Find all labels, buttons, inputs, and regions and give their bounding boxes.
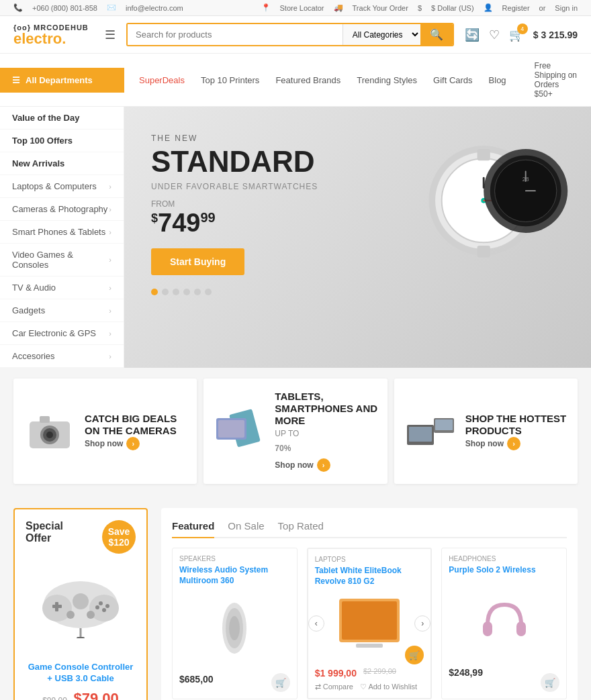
wishlist-icon[interactable]: ♡ <box>489 28 500 42</box>
add-to-cart-btn-3[interactable]: 🛒 <box>541 673 559 692</box>
hero-dot-1[interactable] <box>151 289 158 295</box>
all-departments-label: All Departments <box>26 75 93 85</box>
products-grid: Speakers Wireless Audio System Multiroom… <box>172 548 567 700</box>
sidebar-item-accessories[interactable]: Accesories › <box>0 345 124 368</box>
tab-featured[interactable]: Featured <box>172 515 214 538</box>
svg-point-29 <box>73 593 89 609</box>
svg-rect-45 <box>356 644 383 648</box>
sidebar-item-value-of-day[interactable]: Value of the Day <box>0 107 124 130</box>
location-icon: 📍 <box>261 3 271 12</box>
shop-now-label-3: Shop now <box>465 439 504 448</box>
save-amount: $120 <box>108 537 129 548</box>
sidebar-item-car[interactable]: Car Electronic & GPS › <box>0 322 124 345</box>
offer-product-name[interactable]: Game Console Controller + USB 3.0 Cable <box>26 662 136 685</box>
nav-link-brands[interactable]: Featured Brands <box>267 68 349 93</box>
product-img-1 <box>179 587 290 670</box>
svg-point-35 <box>95 605 99 609</box>
sidebar-label-laptops: Laptops & Computers <box>12 181 97 191</box>
sidebar-label-top100: Top 100 Offers <box>12 136 73 146</box>
nav-link-blog[interactable]: Blog <box>481 68 514 93</box>
promo-camera-headline: CATCH BIG DEALS ON THE CAMERAS <box>85 413 187 437</box>
currency-selector[interactable]: $ Dollar (US) <box>431 4 474 12</box>
special-offer-title: SpecialOffer <box>26 520 63 544</box>
navbar: ☰ All Departments SuperDeals Top 10 Prin… <box>0 54 591 107</box>
top-bar: 📞 +060 (800) 801-858 ✉️ info@electro.com… <box>0 0 591 16</box>
sidebar-item-laptops[interactable]: Laptops & Computers › <box>0 175 124 198</box>
cart-icon-wrapper[interactable]: 🛒 4 <box>509 28 524 42</box>
wishlist-btn-2[interactable]: ♡ Add to Wishlist <box>360 683 417 691</box>
main-layout: Value of the Day Top 100 Offers New Arri… <box>0 107 591 368</box>
sidebar-label-videogames: Video Games & Consoles <box>12 250 109 270</box>
all-departments-btn[interactable]: ☰ All Departments <box>0 68 124 93</box>
sidebar-arrow-gadgets: › <box>109 307 111 315</box>
or-text: or <box>539 4 546 12</box>
sidebar-arrow-cameras: › <box>109 205 111 213</box>
hero-dot-3[interactable] <box>173 289 179 295</box>
product-name-1[interactable]: Wireless Audio System Multiroom 360 <box>179 565 290 587</box>
sidebar-item-tv[interactable]: TV & Audio › <box>0 277 124 299</box>
product-name-3[interactable]: Purple Solo 2 Wireless <box>449 565 559 587</box>
promo-camera-shopnow[interactable]: Shop now › <box>85 437 187 450</box>
hero-start-buying-btn[interactable]: Start Buying <box>151 248 244 275</box>
hero-price-dollar: $ <box>151 211 158 225</box>
menu-hamburger-icon[interactable]: ☰ <box>105 28 116 42</box>
product-prices-2: $1 999,00 $2 299,00 <box>315 664 424 679</box>
hero-from-label: FROM <box>151 199 564 209</box>
svg-rect-39 <box>77 637 85 638</box>
sidebar-arrow-laptops: › <box>109 183 111 191</box>
email-address[interactable]: info@electro.com <box>126 4 183 12</box>
svg-point-42 <box>229 616 240 640</box>
phone-number[interactable]: +060 (800) 801-858 <box>32 4 97 12</box>
hero-dot-5[interactable] <box>194 289 201 295</box>
top-bar-right: 📍 Store Locator 🚚 Track Your Order $ $ D… <box>261 3 578 12</box>
refresh-icon[interactable]: 🔄 <box>465 28 480 42</box>
hero-dot-2[interactable] <box>162 289 169 295</box>
promo-tablet-shopnow[interactable]: Shop now › <box>275 458 377 472</box>
sidebar-arrow-tv: › <box>109 284 111 292</box>
search-input[interactable] <box>128 24 343 45</box>
sidebar-arrow-car: › <box>109 330 111 338</box>
sidebar-item-gadgets[interactable]: Gadgets › <box>0 299 124 322</box>
svg-point-17 <box>46 432 53 438</box>
track-order-link[interactable]: Track Your Order <box>353 4 408 12</box>
promo-discount-label: UP TO <box>275 429 377 438</box>
nav-link-printers[interactable]: Top 10 Printers <box>193 68 267 93</box>
search-button[interactable]: 🔍 <box>420 24 453 45</box>
product-name-2[interactable]: Tablet White EliteBook Revolve 810 G2 <box>315 566 424 587</box>
promo-hottest-text: SHOP THE HOTTEST PRODUCTS Shop now › <box>465 413 568 450</box>
store-locator-link[interactable]: Store Locator <box>280 4 324 12</box>
svg-point-33 <box>105 604 109 608</box>
svg-rect-23 <box>409 427 432 442</box>
search-bar: All Categories Laptops Phones Cameras 🔍 <box>126 23 454 46</box>
sidebar-item-cameras[interactable]: Cameras & Photography › <box>0 198 124 221</box>
tab-top-rated[interactable]: Top Rated <box>278 515 324 538</box>
promo-camera-image <box>23 408 77 455</box>
compare-btn-2[interactable]: ⇄ Compare <box>315 683 353 691</box>
hero-dot-4[interactable] <box>183 289 190 295</box>
nav-link-giftcards[interactable]: Gift Cards <box>425 68 481 93</box>
sidebar-item-top100[interactable]: Top 100 Offers <box>0 130 124 152</box>
carousel-prev-btn[interactable]: ‹ <box>308 615 324 632</box>
promo-hottest-shopnow[interactable]: Shop now › <box>465 437 568 450</box>
sidebar-item-smartphones[interactable]: Smart Phones & Tablets › <box>0 221 124 244</box>
sidebar-label-smartphones: Smart Phones & Tablets <box>12 227 105 237</box>
category-select[interactable]: All Categories Laptops Phones Cameras <box>343 24 420 45</box>
hero-dot-6[interactable] <box>205 289 212 295</box>
register-link[interactable]: Register <box>502 4 530 12</box>
promo-banner-tablets: TABLETS, SMARTPHONES AND MORE UP TO 70% … <box>203 379 387 484</box>
nav-link-superdeals[interactable]: SuperDeals <box>131 68 193 93</box>
sidebar-label-tv: TV & Audio <box>12 283 56 293</box>
sidebar-item-new-arrivals[interactable]: New Arrivals <box>0 152 124 175</box>
svg-point-32 <box>99 601 103 605</box>
add-to-cart-btn-1[interactable]: 🛒 <box>271 673 290 692</box>
sidebar-item-videogames[interactable]: Video Games & Consoles › <box>0 244 124 277</box>
tab-on-sale[interactable]: On Sale <box>228 515 264 538</box>
signin-link[interactable]: Sign in <box>555 4 578 12</box>
nav-links: SuperDeals Top 10 Printers Featured Bran… <box>124 68 521 93</box>
free-shipping-text: Free Shipping on Orders $50+ <box>521 54 591 106</box>
special-offer-panel: SpecialOffer Save $120 <box>13 508 148 700</box>
product-card-laptop: ‹ › Laptops Tablet White EliteBook Revol… <box>307 548 433 699</box>
sidebar-arrow-accessories: › <box>109 352 111 360</box>
nav-link-styles[interactable]: Trending Styles <box>349 68 425 93</box>
carousel-next-btn[interactable]: › <box>414 615 430 632</box>
